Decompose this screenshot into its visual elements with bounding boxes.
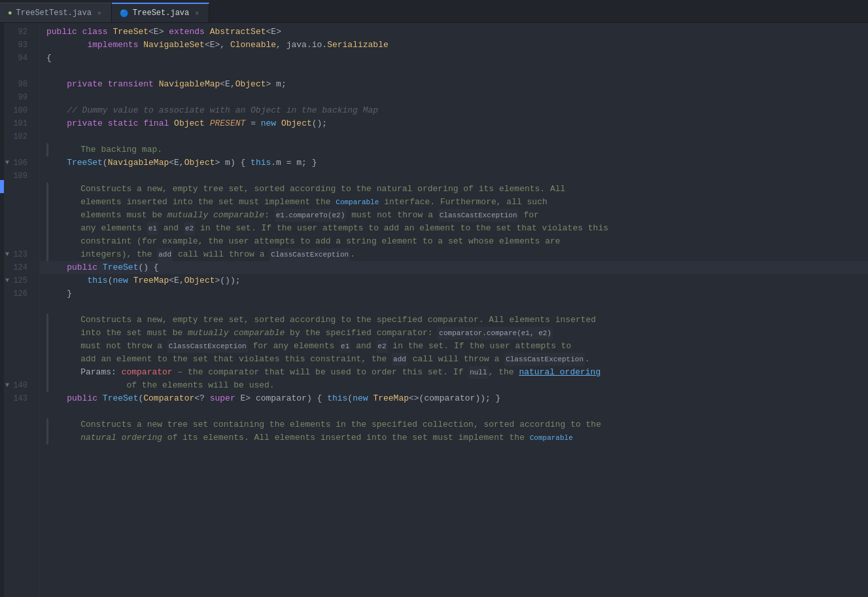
fold-125-icon[interactable]: ▼: [5, 274, 9, 287]
tab-treeset-test[interactable]: ● TreeSetTest.java ✕: [0, 3, 112, 22]
line-doc4a: [4, 405, 33, 418]
javadoc-collection-1: Constructs a new tree set containing the…: [54, 418, 868, 431]
javadoc-comparator-1: Constructs a new, empty tree set, sorted…: [54, 314, 868, 327]
line-100: 100: [4, 104, 33, 117]
java-icon-blue: 🔵: [120, 9, 129, 18]
javadoc-new-empty-treeset-3: elements must be mutually comparable: e1…: [54, 209, 868, 222]
code-line-124: this(new TreeMap<E,Object>());: [40, 274, 868, 287]
line-doc4b: [4, 418, 33, 431]
line-99: 99: [4, 91, 33, 104]
line-doc3a: [4, 300, 33, 314]
tab-label-treeset-test: TreeSetTest.java: [16, 9, 92, 18]
editor: 92 93 94 98 99 100 101 102 ▼ 106 109 ▼ 1…: [0, 23, 868, 597]
code-line-101: private static final Object PRESENT = ne…: [40, 117, 868, 130]
line-93: 93: [4, 39, 33, 52]
line-143: 143: [4, 392, 33, 405]
line-98: 98: [4, 78, 33, 91]
tab-label-treeset: TreeSet.java: [133, 9, 189, 18]
javadoc-new-empty-treeset-5: constraint (for example, the user attemp…: [54, 235, 868, 248]
line-doc2a: [4, 183, 33, 196]
line-101: 101: [4, 117, 33, 130]
line-92: 92: [4, 26, 33, 39]
line-empty1: [4, 65, 33, 78]
code-line-102: [40, 130, 868, 143]
javadoc-comparator-params2: of the elements will be used.: [54, 379, 868, 392]
line-doc3d: [4, 340, 33, 353]
code-line-106: TreeSet(NavigableMap<E,Object> m) { this…: [40, 156, 868, 170]
fold-106-icon[interactable]: ▼: [5, 156, 9, 170]
line-124: 124: [4, 261, 33, 274]
line-gutter: 92 93 94 98 99 100 101 102 ▼ 106 109 ▼ 1…: [4, 23, 40, 597]
line-doc3f: [4, 366, 33, 379]
javadoc-new-empty-treeset-4: any elements e1 and e2 in the set. If th…: [54, 222, 868, 235]
javadoc-new-empty-treeset-1: Constructs a new, empty tree set, sorted…: [54, 183, 868, 196]
code-area[interactable]: public class TreeSet<E> extends Abstract…: [40, 23, 868, 597]
javadoc-comparator-4: add an element to the set that violates …: [54, 353, 868, 366]
line-126: 126: [4, 287, 33, 300]
javadoc-comparator-3: must not throw a ClassCastException for …: [54, 340, 868, 353]
code-line-93: implements NavigableSet<E>, Cloneable, j…: [40, 39, 868, 52]
code-line-empty1: ✎: [40, 65, 868, 78]
line-123: ▼ 123: [4, 248, 33, 261]
code-line-126: [40, 300, 868, 314]
code-line-125: }: [40, 287, 868, 300]
line-doc2e: [4, 235, 33, 248]
javadoc-comparator-2: into the set must be mutually comparable…: [54, 327, 868, 340]
line-doc3e: [4, 353, 33, 366]
code-line-109: [40, 170, 868, 183]
line-94: 94: [4, 52, 33, 65]
tab-treeset[interactable]: 🔵 TreeSet.java ✕: [112, 3, 209, 22]
tab-close-treeset[interactable]: ✕: [193, 8, 201, 18]
fold-123-icon[interactable]: ▼: [5, 248, 9, 261]
line-doc2b: [4, 196, 33, 209]
line-106: ▼ 106: [4, 156, 33, 170]
line-doc3c: [4, 327, 33, 340]
line-102: 102: [4, 130, 33, 143]
line-109: 109: [4, 170, 33, 183]
code-line-140: public TreeSet(Comparator<? super E> com…: [40, 392, 868, 405]
code-line-98: private transient NavigableMap<E,Object>…: [40, 78, 868, 91]
line-doc3b: [4, 314, 33, 327]
line-doc1: [4, 143, 33, 156]
line-doc2d: [4, 222, 33, 235]
fold-140-icon[interactable]: ▼: [5, 379, 9, 392]
code-line-92: public class TreeSet<E> extends Abstract…: [40, 26, 868, 39]
javadoc-comparator-params: Params: comparator – the comparator that…: [54, 366, 868, 379]
code-line-143: [40, 405, 868, 418]
javadoc-new-empty-treeset-2: elements inserted into the set must impl…: [54, 196, 868, 209]
line-140: ▼ 140: [4, 379, 33, 392]
javadoc-backing-map: The backing map.: [54, 143, 868, 156]
code-line-94: {: [40, 52, 868, 65]
tab-bar: ● TreeSetTest.java ✕ 🔵 TreeSet.java ✕: [0, 0, 868, 23]
tab-close-treeset-test[interactable]: ✕: [95, 8, 103, 18]
javadoc-collection-2: natural ordering of its elements. All el…: [54, 431, 868, 444]
line-doc2c: [4, 209, 33, 222]
code-line-123: public TreeSet() {: [40, 261, 868, 274]
javadoc-new-empty-treeset-6: integers), the add call will throw a Cla…: [54, 248, 868, 261]
line-125: ▼ 125: [4, 274, 33, 287]
code-line-100: // Dummy value to associate with an Obje…: [40, 104, 868, 117]
java-icon-green: ●: [8, 9, 12, 17]
code-line-99: [40, 91, 868, 104]
